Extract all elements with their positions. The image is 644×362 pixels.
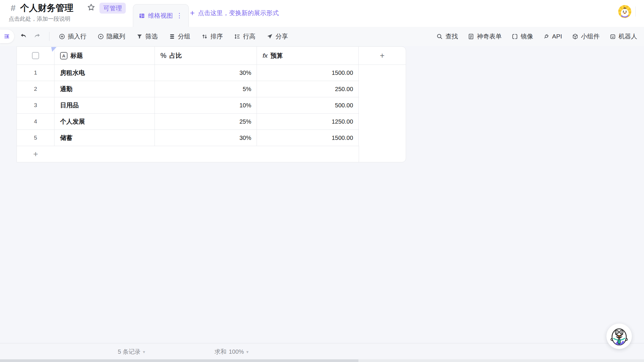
row-handle-cell: 2 bbox=[17, 81, 54, 97]
robot-button[interactable]: 机器人 bbox=[609, 32, 637, 41]
share-label: 分享 bbox=[276, 32, 288, 41]
summary-value: 100% bbox=[229, 348, 244, 355]
add-row-button[interactable]: + bbox=[33, 149, 38, 159]
add-view-label: 点击这里，变换新的展示形式 bbox=[198, 9, 279, 17]
table-row: 5 储蓄 30% 1500.00 bbox=[17, 130, 359, 146]
row-number: 2 bbox=[34, 86, 37, 92]
summary-label: 求和 bbox=[215, 348, 226, 356]
grid-canvas: A 标题 % 占比 fx 预算 + 1 房租水电 30% 1500.00 bbox=[0, 46, 644, 362]
table-row: 1 房租水电 30% 1500.00 bbox=[17, 65, 359, 81]
plus-icon: + bbox=[190, 9, 195, 17]
titlebar-divider bbox=[635, 7, 636, 17]
add-column-button[interactable]: + bbox=[380, 51, 385, 60]
api-button[interactable]: API bbox=[543, 33, 562, 40]
insert-row-button[interactable]: 插入行 bbox=[59, 32, 86, 41]
cell-ratio[interactable]: 30% bbox=[155, 130, 257, 146]
data-grid: A 标题 % 占比 fx 预算 + 1 房租水电 30% 1500.00 bbox=[17, 46, 406, 162]
row-height-label: 行高 bbox=[243, 32, 255, 41]
widget-label: 小组件 bbox=[581, 32, 600, 41]
page-title[interactable]: 个人财务管理 bbox=[20, 2, 73, 14]
record-count-label: 5 条记录 bbox=[118, 348, 141, 356]
cell-budget[interactable]: 1500.00 bbox=[257, 130, 359, 146]
toolbar-right-group: 查找 神奇表单 镜像 API 小组件 机器人 bbox=[436, 32, 637, 41]
cell-title[interactable]: 房租水电 bbox=[54, 65, 155, 81]
cell-title[interactable]: 个人发展 bbox=[54, 114, 155, 130]
view-menu-icon[interactable]: ⋮ bbox=[176, 12, 183, 20]
mirror-button[interactable]: 镜像 bbox=[511, 32, 533, 41]
hide-columns-label: 隐藏列 bbox=[107, 32, 125, 41]
chevron-down-icon: ▾ bbox=[246, 349, 249, 355]
user-avatar[interactable] bbox=[618, 5, 631, 18]
cell-budget[interactable]: 1250.00 bbox=[257, 114, 359, 130]
horizontal-scrollbar-thumb[interactable] bbox=[0, 359, 358, 362]
expand-sidebar-button[interactable] bbox=[0, 30, 14, 43]
toolbar-divider bbox=[49, 32, 49, 41]
cell-title[interactable]: 储蓄 bbox=[54, 130, 155, 146]
row-number: 5 bbox=[34, 135, 37, 141]
filter-button[interactable]: 筛选 bbox=[136, 32, 158, 41]
select-all-checkbox[interactable] bbox=[32, 52, 39, 59]
percent-field-icon: % bbox=[160, 52, 166, 60]
add-view-button[interactable]: + 点击这里，变换新的展示形式 bbox=[190, 9, 279, 17]
table-row: 2 通勤 5% 250.00 bbox=[17, 81, 359, 97]
record-count-dropdown[interactable]: 5 条记录 ▾ bbox=[118, 348, 145, 356]
tab-grid-view-label: 维格视图 bbox=[148, 12, 173, 20]
redo-button[interactable] bbox=[33, 33, 41, 40]
row-height-button[interactable]: 行高 bbox=[234, 32, 255, 41]
status-bar: 5 条记录 ▾ 求和 100% ▾ bbox=[0, 343, 644, 360]
undo-button[interactable] bbox=[20, 33, 28, 40]
cell-title[interactable]: 通勤 bbox=[54, 81, 155, 97]
hide-columns-button[interactable]: 隐藏列 bbox=[97, 32, 125, 41]
cell-budget[interactable]: 1500.00 bbox=[257, 65, 359, 81]
robot-label: 机器人 bbox=[619, 32, 637, 41]
table-row: 3 日用品 10% 500.00 bbox=[17, 97, 359, 114]
column-ratio-label: 占比 bbox=[169, 51, 182, 60]
share-button[interactable]: 分享 bbox=[266, 32, 288, 41]
mirror-label: 镜像 bbox=[521, 32, 533, 41]
column-header-title[interactable]: A 标题 bbox=[54, 47, 155, 64]
cell-ratio[interactable]: 30% bbox=[155, 65, 257, 81]
magic-form-button[interactable]: 神奇表单 bbox=[468, 32, 502, 41]
cell-ratio[interactable]: 5% bbox=[155, 81, 257, 97]
tab-grid-view[interactable]: 维格视图 ⋮ bbox=[133, 4, 189, 27]
assistant-mascot-button[interactable] bbox=[606, 324, 632, 349]
magic-form-label: 神奇表单 bbox=[477, 32, 502, 41]
text-field-icon: A bbox=[60, 52, 67, 59]
chevron-down-icon: ▾ bbox=[143, 349, 145, 355]
cell-budget[interactable]: 500.00 bbox=[257, 97, 359, 113]
add-column-cell: + bbox=[359, 47, 406, 64]
star-favorite-icon[interactable] bbox=[87, 3, 96, 12]
toolbar-left-group: 插入行 隐藏列 筛选 分组 排序 行高 分享 bbox=[59, 32, 288, 41]
group-label: 分组 bbox=[178, 32, 190, 41]
toolbar: 插入行 隐藏列 筛选 分组 排序 行高 分享 查找 bbox=[0, 27, 644, 46]
row-number: 1 bbox=[34, 70, 37, 76]
row-number: 3 bbox=[34, 102, 37, 109]
hash-icon: # bbox=[11, 3, 16, 13]
group-button[interactable]: 分组 bbox=[169, 32, 190, 41]
cell-ratio[interactable]: 25% bbox=[155, 114, 257, 130]
summary-dropdown[interactable]: 求和 100% ▾ bbox=[215, 348, 249, 356]
cell-title[interactable]: 日用品 bbox=[54, 97, 155, 113]
filter-label: 筛选 bbox=[145, 32, 158, 41]
description-placeholder[interactable]: 点击此处，添加一段说明 bbox=[9, 15, 70, 23]
column-budget-label: 预算 bbox=[271, 51, 283, 60]
row-handle-cell: 5 bbox=[17, 130, 54, 146]
cell-budget[interactable]: 250.00 bbox=[257, 81, 359, 97]
widget-button[interactable]: 小组件 bbox=[572, 32, 600, 41]
row-number: 4 bbox=[34, 118, 37, 125]
add-row[interactable]: + bbox=[17, 146, 359, 162]
api-label: API bbox=[552, 33, 562, 40]
row-handle-cell: 1 bbox=[17, 65, 54, 81]
add-row-cell: + bbox=[17, 146, 54, 162]
formula-field-icon: fx bbox=[263, 52, 268, 59]
insert-row-label: 插入行 bbox=[68, 32, 86, 41]
column-header-ratio[interactable]: % 占比 bbox=[155, 47, 257, 64]
permission-badge[interactable]: 可管理 bbox=[99, 3, 126, 14]
cell-ratio[interactable]: 10% bbox=[155, 97, 257, 113]
row-handle-cell: 3 bbox=[17, 97, 54, 113]
column-header-budget[interactable]: fx 预算 bbox=[257, 47, 359, 64]
sort-button[interactable]: 排序 bbox=[201, 32, 223, 41]
table-row: 4 个人发展 25% 1250.00 bbox=[17, 114, 359, 130]
find-button[interactable]: 查找 bbox=[436, 32, 458, 41]
select-all-cell bbox=[17, 47, 54, 64]
